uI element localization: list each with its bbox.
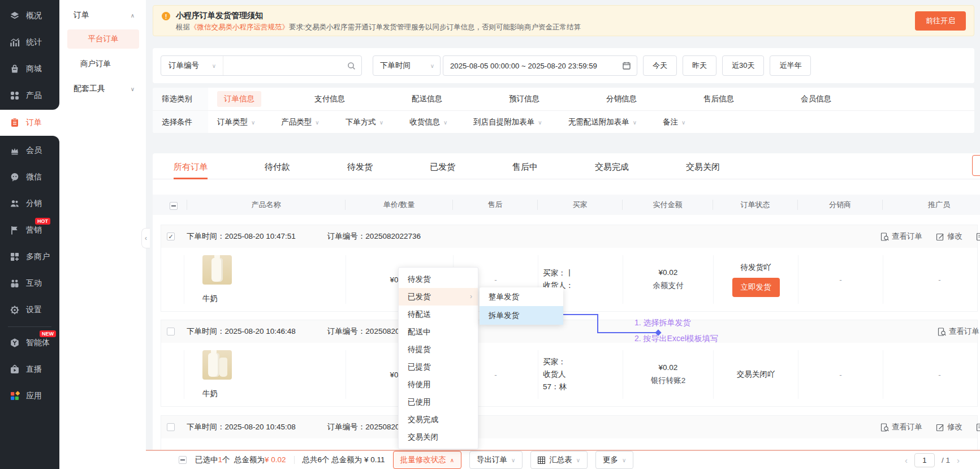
sidebar-item-statistics[interactable]: 统计 xyxy=(0,29,59,55)
tab-shipped[interactable]: 已发货 xyxy=(430,154,455,179)
edit-order-button[interactable]: 修改 xyxy=(936,231,962,242)
open-shipping-service-button[interactable]: 前往开启 xyxy=(915,11,966,31)
chevron-down-icon: ∨ xyxy=(315,119,319,126)
menu-item-pending-pickup[interactable]: 待提货 xyxy=(399,341,478,358)
submenu-group-tools[interactable]: 配套工具 ∨ xyxy=(59,84,146,94)
date-range-picker[interactable]: 2025-08-05 00:00:00 ~ 2025-08-20 23:59:5… xyxy=(443,55,637,76)
tab-closed[interactable]: 交易关闭 xyxy=(686,154,720,179)
sidebar-item-overview[interactable]: 概况 xyxy=(0,2,59,29)
cond-no-delivery-form[interactable]: 无需配送附加表单∨ xyxy=(568,117,637,127)
menu-item-used[interactable]: 已使用 xyxy=(399,393,478,411)
people-icon xyxy=(10,278,20,289)
sidebar-item-products[interactable]: 产品 xyxy=(0,82,59,109)
filter-chip-distribution-info[interactable]: 分销信息 xyxy=(606,94,637,104)
sidebar-item-interaction[interactable]: 互动 xyxy=(0,270,59,296)
sidebar-item-live[interactable]: 直播 xyxy=(0,356,59,382)
submenu-item-platform-orders[interactable]: 平台订单 xyxy=(67,29,139,49)
menu-item-delivering[interactable]: 配送中 xyxy=(399,323,478,341)
edit-order-button[interactable]: 修改 xyxy=(936,422,962,432)
cond-product-type[interactable]: 产品类型∨ xyxy=(281,117,319,127)
tab-pending-payment[interactable]: 待付款 xyxy=(265,154,290,179)
cond-shipping-info[interactable]: 收货信息∨ xyxy=(409,117,447,127)
cond-order-method[interactable]: 下单方式∨ xyxy=(346,117,383,127)
clipped-side-action-button[interactable] xyxy=(972,155,980,176)
submenu-item-merchant-orders[interactable]: 商户订单 xyxy=(59,59,146,69)
row-checkbox[interactable]: ✓ xyxy=(167,233,175,240)
printer-icon xyxy=(976,423,980,432)
tab-pending-shipment[interactable]: 待发货 xyxy=(347,154,373,179)
menu-item-closed[interactable]: 交易关闭 xyxy=(399,428,478,446)
quick-range-halfyear[interactable]: 近半年 xyxy=(770,55,811,76)
quick-range-yesterday[interactable]: 昨天 xyxy=(683,55,716,76)
prev-page-icon[interactable]: ‹ xyxy=(905,455,908,465)
row-checkbox[interactable] xyxy=(167,423,175,431)
crown-icon xyxy=(10,145,20,156)
tab-completed[interactable]: 交易完成 xyxy=(595,154,629,179)
sidebar-item-wechat[interactable]: 微信 xyxy=(0,163,59,190)
sidebar-collapse-handle[interactable]: ‹ xyxy=(141,228,150,248)
sidebar-item-orders[interactable]: 订单 xyxy=(0,110,59,136)
quick-range-today[interactable]: 今天 xyxy=(643,55,677,76)
notice-link[interactable]: 《微信交易类小程序运营规范》 xyxy=(190,23,289,31)
product-image[interactable] xyxy=(202,350,232,380)
filter-chip-payment-info[interactable]: 支付信息 xyxy=(314,94,345,104)
chevron-down-icon: ∨ xyxy=(430,63,434,69)
more-button[interactable]: 更多 ∨ xyxy=(595,451,633,469)
sidebar-label: 会员 xyxy=(26,145,42,156)
tab-aftersale[interactable]: 售后中 xyxy=(512,154,538,179)
menu-item-pending-delivery[interactable]: 待配送 xyxy=(399,306,478,323)
submenu-item-whole-order-ship[interactable]: 整单发货 xyxy=(480,287,563,306)
print-order-button[interactable] xyxy=(976,423,980,432)
summary-table-label: 汇总表 xyxy=(549,455,572,465)
filter-chip-booking-info[interactable]: 预订信息 xyxy=(509,94,539,104)
search-field-value: 订单编号 xyxy=(169,61,199,71)
filter-chip-order-info[interactable]: 订单信息 xyxy=(217,91,261,107)
cond-label: 备注 xyxy=(663,118,678,126)
view-order-button[interactable]: 查看订单 xyxy=(880,422,922,432)
filter-chip-aftersale-info[interactable]: 售后信息 xyxy=(703,94,734,104)
batch-edit-status-button[interactable]: 批量修改状态 ∧ xyxy=(393,451,461,469)
filter-chip-member-info[interactable]: 会员信息 xyxy=(801,94,831,104)
export-orders-button[interactable]: 导出订单 ∨ xyxy=(469,451,523,469)
menu-item-picked-up[interactable]: 已提货 xyxy=(399,358,478,376)
view-order-button[interactable]: 查看订单 xyxy=(880,231,922,242)
summary-table-button[interactable]: 汇总表 ∨ xyxy=(530,451,588,469)
tab-all-orders[interactable]: 所有订单 xyxy=(174,154,208,179)
sidebar-item-agent[interactable]: 智能体 NEW xyxy=(0,329,59,356)
view-order-button[interactable]: 查看订单 xyxy=(938,326,979,337)
time-type-select[interactable]: 下单时间 ∨ xyxy=(373,55,441,76)
sidebar-item-apps[interactable]: 应用 xyxy=(0,382,59,409)
select-all-checkbox[interactable] xyxy=(170,202,178,210)
search-icon[interactable] xyxy=(347,62,356,70)
ship-now-button[interactable]: 立即发货 xyxy=(732,278,780,297)
sidebar-item-members[interactable]: 会员 xyxy=(0,137,59,163)
cond-pickup-form[interactable]: 到店自提附加表单∨ xyxy=(473,117,542,127)
search-field-select[interactable]: 订单编号 ∨ xyxy=(161,56,223,75)
filter-chip-delivery-info[interactable]: 配送信息 xyxy=(412,94,442,104)
search-input[interactable] xyxy=(223,56,347,75)
menu-item-completed[interactable]: 交易完成 xyxy=(399,411,478,428)
order-number: 订单编号：2025082022736 xyxy=(327,231,421,242)
print-order-button[interactable] xyxy=(976,233,980,241)
submenu-group-orders[interactable]: 订单 ∧ xyxy=(59,10,146,20)
sidebar-item-distribution[interactable]: 分销 xyxy=(0,190,59,217)
current-page-box[interactable]: 1 xyxy=(914,453,935,467)
product-image[interactable] xyxy=(202,255,232,285)
view-order-label: 查看订单 xyxy=(949,326,979,337)
submenu-item-split-order-ship[interactable]: 拆单发货 xyxy=(480,306,563,325)
quick-range-30days[interactable]: 近30天 xyxy=(722,55,764,76)
cond-order-type[interactable]: 订单类型∨ xyxy=(217,117,255,127)
sidebar-item-marketing[interactable]: 营销 HOT xyxy=(0,217,59,243)
row-checkbox[interactable] xyxy=(167,328,175,335)
cond-remark[interactable]: 备注∨ xyxy=(663,117,685,127)
next-page-icon[interactable]: › xyxy=(957,455,960,465)
menu-item-pending-use[interactable]: 待使用 xyxy=(399,376,478,393)
footer-select-checkbox[interactable] xyxy=(179,456,187,464)
menu-item-pending-shipment[interactable]: 待发货 xyxy=(399,270,478,288)
menu-item-shipped[interactable]: 已发货 › xyxy=(399,288,478,306)
sidebar-item-multi-merchant[interactable]: 多商户 xyxy=(0,243,59,270)
sidebar-label: 分销 xyxy=(26,199,42,209)
sidebar-item-settings[interactable]: 设置 xyxy=(0,296,59,323)
sidebar-item-mall[interactable]: 商城 xyxy=(0,55,59,82)
sidebar-label: 商城 xyxy=(26,64,42,74)
